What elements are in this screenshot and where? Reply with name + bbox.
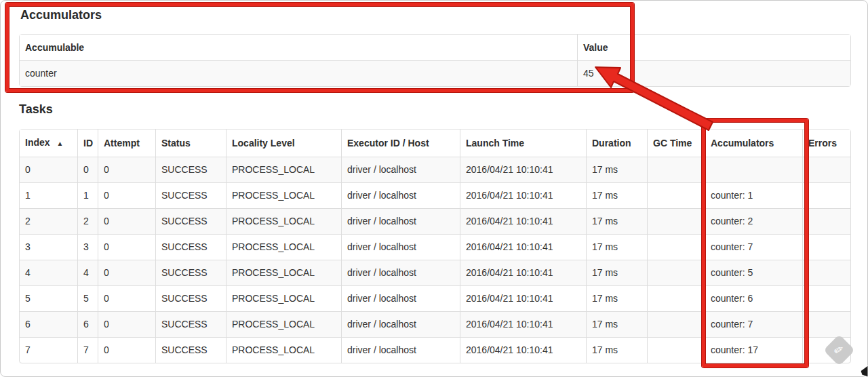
table-row: 5 5 0 SUCCESS PROCESS_LOCAL driver / loc… [20, 285, 850, 311]
cell-status: SUCCESS [155, 182, 226, 208]
cell-index: 7 [20, 337, 77, 363]
cell-attempt: 0 [98, 234, 155, 260]
tasks-header-row: Index▲ ID Attempt Status Locality Level … [20, 130, 850, 157]
column-header-accumulators[interactable]: Accumulators [705, 130, 802, 157]
table-row: 6 6 0 SUCCESS PROCESS_LOCAL driver / loc… [20, 311, 850, 337]
cell-duration: 17 ms [586, 182, 647, 208]
cell-index: 1 [20, 182, 77, 208]
table-row: 2 2 0 SUCCESS PROCESS_LOCAL driver / loc… [20, 208, 850, 234]
cell-errors [802, 311, 850, 337]
accumulators-table: Accumulable Value counter 45 [19, 34, 851, 87]
cell-accumulators [705, 157, 802, 182]
cell-gc-time [647, 208, 705, 234]
cell-gc-time [647, 285, 705, 311]
cell-index: 2 [20, 208, 77, 234]
cell-accumulable: counter [20, 60, 577, 86]
cell-index: 5 [20, 285, 77, 311]
cell-status: SUCCESS [155, 337, 226, 363]
cell-executor-id-host: driver / localhost [341, 311, 460, 337]
cell-gc-time [647, 234, 705, 260]
cell-id: 1 [77, 182, 98, 208]
cell-attempt: 0 [98, 157, 155, 182]
cell-executor-id-host: driver / localhost [341, 208, 460, 234]
column-header-value[interactable]: Value [577, 35, 850, 60]
cell-errors [802, 260, 850, 285]
column-header-duration[interactable]: Duration [586, 130, 647, 157]
cell-index: 3 [20, 234, 77, 260]
cell-executor-id-host: driver / localhost [341, 285, 460, 311]
column-header-locality-level[interactable]: Locality Level [226, 130, 341, 157]
cell-errors [802, 285, 850, 311]
column-header-gc-time[interactable]: GC Time [647, 130, 705, 157]
cell-accumulators: counter: 7 [705, 311, 802, 337]
table-row: 1 1 0 SUCCESS PROCESS_LOCAL driver / loc… [20, 182, 850, 208]
tasks-section-heading: Tasks [19, 102, 53, 117]
column-header-index-label: Index [25, 137, 50, 148]
cell-locality-level: PROCESS_LOCAL [226, 337, 341, 363]
column-header-accumulable[interactable]: Accumulable [20, 35, 577, 60]
table-row: counter 45 [20, 60, 850, 86]
cell-status: SUCCESS [155, 157, 226, 182]
table-row: 7 7 0 SUCCESS PROCESS_LOCAL driver / loc… [20, 337, 850, 363]
cell-id: 5 [77, 285, 98, 311]
cell-id: 7 [77, 337, 98, 363]
table-row: 3 3 0 SUCCESS PROCESS_LOCAL driver / loc… [20, 234, 850, 260]
cell-locality-level: PROCESS_LOCAL [226, 182, 341, 208]
cell-attempt: 0 [98, 311, 155, 337]
pencil-icon: ✏ [832, 343, 846, 358]
cell-index: 6 [20, 311, 77, 337]
sort-ascending-icon: ▲ [57, 140, 64, 147]
cell-status: SUCCESS [155, 260, 226, 285]
cell-attempt: 0 [98, 260, 155, 285]
cell-attempt: 0 [98, 285, 155, 311]
cell-errors [802, 234, 850, 260]
cell-attempt: 0 [98, 337, 155, 363]
cell-launch-time: 2016/04/21 10:10:41 [460, 208, 586, 234]
column-header-attempt[interactable]: Attempt [98, 130, 155, 157]
column-header-executor-id-host[interactable]: Executor ID / Host [341, 130, 460, 157]
cell-status: SUCCESS [155, 285, 226, 311]
cell-attempt: 0 [98, 208, 155, 234]
cell-launch-time: 2016/04/21 10:10:41 [460, 182, 586, 208]
cell-accumulators: counter: 7 [705, 234, 802, 260]
cell-duration: 17 ms [586, 285, 647, 311]
cell-status: SUCCESS [155, 208, 226, 234]
cell-id: 4 [77, 260, 98, 285]
cell-status: SUCCESS [155, 234, 226, 260]
cell-locality-level: PROCESS_LOCAL [226, 157, 341, 182]
cell-index: 4 [20, 260, 77, 285]
table-row: 4 4 0 SUCCESS PROCESS_LOCAL driver / loc… [20, 260, 850, 285]
cell-status: SUCCESS [155, 311, 226, 337]
cell-duration: 17 ms [586, 260, 647, 285]
cell-executor-id-host: driver / localhost [341, 260, 460, 285]
cell-value: 45 [577, 60, 850, 86]
cell-launch-time: 2016/04/21 10:10:41 [460, 285, 586, 311]
column-header-errors[interactable]: Errors [802, 130, 850, 157]
cell-launch-time: 2016/04/21 10:10:41 [460, 311, 586, 337]
accumulators-header-row: Accumulable Value [20, 35, 850, 60]
cell-executor-id-host: driver / localhost [341, 157, 460, 182]
cell-locality-level: PROCESS_LOCAL [226, 285, 341, 311]
cell-accumulators: counter: 17 [705, 337, 802, 363]
cell-errors [802, 208, 850, 234]
cell-gc-time [647, 337, 705, 363]
cell-duration: 17 ms [586, 234, 647, 260]
cell-gc-time [647, 182, 705, 208]
cell-index: 0 [20, 157, 77, 182]
cell-errors [802, 182, 850, 208]
column-header-launch-time[interactable]: Launch Time [460, 130, 586, 157]
accumulators-section-heading: Accumulators [20, 7, 102, 22]
cell-executor-id-host: driver / localhost [341, 234, 460, 260]
cell-locality-level: PROCESS_LOCAL [226, 208, 341, 234]
cell-locality-level: PROCESS_LOCAL [226, 234, 341, 260]
cell-launch-time: 2016/04/21 10:10:41 [460, 234, 586, 260]
column-header-index[interactable]: Index▲ [20, 130, 77, 157]
cell-launch-time: 2016/04/21 10:10:41 [460, 260, 586, 285]
cell-accumulators: counter: 2 [705, 208, 802, 234]
column-header-id[interactable]: ID [77, 130, 98, 157]
cell-id: 0 [77, 157, 98, 182]
cell-gc-time [647, 311, 705, 337]
cell-launch-time: 2016/04/21 10:10:41 [460, 337, 586, 363]
column-header-status[interactable]: Status [155, 130, 226, 157]
cell-attempt: 0 [98, 182, 155, 208]
